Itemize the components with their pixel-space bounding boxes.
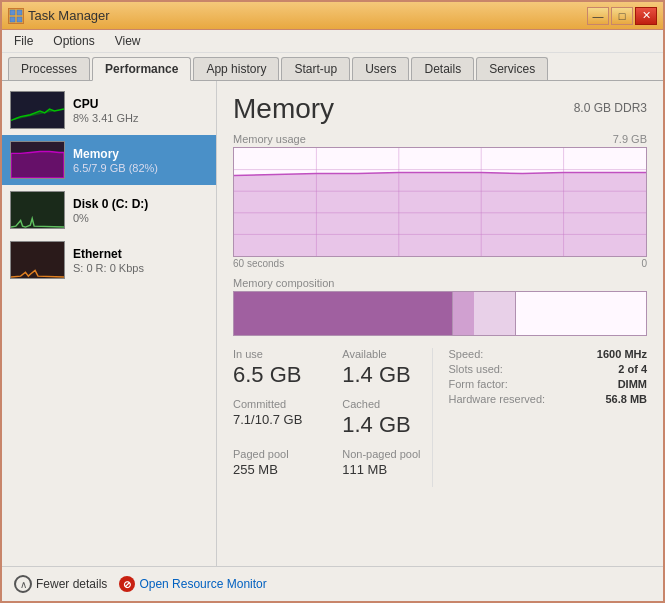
composition-section: Memory composition (233, 277, 647, 336)
minimize-button[interactable]: — (587, 7, 609, 25)
slots-key: Slots used: (449, 363, 503, 375)
stats-area: In use 6.5 GB Available 1.4 GB Committed… (233, 348, 647, 487)
time-end-label: 0 (641, 258, 647, 269)
disk-label: Disk 0 (C: D:) (73, 197, 208, 211)
fewer-details-button[interactable]: ∧ Fewer details (14, 575, 107, 593)
comp-free (516, 292, 646, 335)
composition-bar (233, 291, 647, 336)
nonpaged-label: Non-paged pool (342, 448, 431, 460)
tab-processes[interactable]: Processes (8, 57, 90, 80)
svg-marker-13 (234, 173, 646, 256)
menu-view[interactable]: View (109, 32, 147, 50)
resource-monitor-icon: ⊘ (119, 576, 135, 592)
tab-users[interactable]: Users (352, 57, 409, 80)
inuse-value: 6.5 GB (233, 362, 322, 388)
cpu-info: CPU 8% 3.41 GHz (73, 97, 208, 124)
form-row: Form factor: DIMM (449, 378, 648, 390)
footer: ∧ Fewer details ⊘ Open Resource Monitor (2, 566, 663, 601)
paged-label: Paged pool (233, 448, 322, 460)
memory-usage-chart-section: Memory usage 7.9 GB (233, 133, 647, 269)
ethernet-info: Ethernet S: 0 R: 0 Kbps (73, 247, 208, 274)
speed-key: Speed: (449, 348, 484, 360)
chart-label-row: Memory usage 7.9 GB (233, 133, 647, 145)
svg-marker-4 (11, 151, 64, 178)
stat-inuse: In use 6.5 GB (233, 348, 322, 388)
tab-services[interactable]: Services (476, 57, 548, 80)
comp-inuse (234, 292, 452, 335)
tab-performance[interactable]: Performance (92, 57, 191, 81)
time-start-label: 60 seconds (233, 258, 284, 269)
form-key: Form factor: (449, 378, 508, 390)
sidebar-item-disk[interactable]: Disk 0 (C: D:) 0% (2, 185, 216, 235)
main-header: Memory 8.0 GB DDR3 (233, 93, 647, 125)
stat-cached: Cached 1.4 GB (342, 398, 431, 438)
inuse-label: In use (233, 348, 322, 360)
chart-time-labels: 60 seconds 0 (233, 258, 647, 269)
close-button[interactable]: ✕ (635, 7, 657, 25)
sidebar-item-memory[interactable]: Memory 6.5/7.9 GB (82%) (2, 135, 216, 185)
comp-modified (453, 292, 474, 335)
svg-rect-2 (10, 17, 15, 22)
disk-sublabel: 0% (73, 212, 208, 224)
open-resource-monitor-button[interactable]: ⊘ Open Resource Monitor (119, 576, 266, 592)
hw-reserved-row: Hardware reserved: 56.8 MB (449, 393, 648, 405)
cached-label: Cached (342, 398, 431, 410)
nonpaged-value: 111 MB (342, 462, 431, 477)
sidebar: CPU 8% 3.41 GHz Memory 6.5/7.9 GB (82%) (2, 81, 217, 566)
ethernet-label: Ethernet (73, 247, 208, 261)
stat-available: Available 1.4 GB (342, 348, 431, 388)
svg-rect-3 (17, 17, 22, 22)
speed-val: 1600 MHz (597, 348, 647, 360)
cpu-thumbnail (10, 91, 65, 129)
pools-row: Paged pool 255 MB Non-paged pool 111 MB (233, 448, 432, 477)
ethernet-thumbnail (10, 241, 65, 279)
committed-value: 7.1/10.7 GB (233, 412, 322, 427)
cpu-label: CPU (73, 97, 208, 111)
committed-label: Committed (233, 398, 322, 410)
tab-app-history[interactable]: App history (193, 57, 279, 80)
stat-committed: Committed 7.1/10.7 GB (233, 398, 322, 438)
menu-bar: File Options View (2, 30, 663, 53)
stat-nonpaged: Non-paged pool 111 MB (342, 448, 431, 477)
committed-cached-row: Committed 7.1/10.7 GB Cached 1.4 GB (233, 398, 432, 438)
comp-standby (474, 292, 515, 335)
disk-thumbnail (10, 191, 65, 229)
memory-info: Memory 6.5/7.9 GB (82%) (73, 147, 208, 174)
app-icon (8, 8, 24, 24)
tabs-bar: Processes Performance App history Start-… (2, 53, 663, 81)
tab-startup[interactable]: Start-up (281, 57, 350, 80)
memory-label: Memory (73, 147, 208, 161)
menu-options[interactable]: Options (47, 32, 100, 50)
open-resource-label: Open Resource Monitor (139, 577, 266, 591)
available-value: 1.4 GB (342, 362, 431, 388)
speed-row: Speed: 1600 MHz (449, 348, 648, 360)
composition-label: Memory composition (233, 277, 647, 289)
chart-usage-max: 7.9 GB (613, 133, 647, 145)
chevron-up-icon: ∧ (14, 575, 32, 593)
window-title: Task Manager (28, 8, 110, 23)
svg-rect-1 (17, 10, 22, 15)
main-title: Memory (233, 93, 334, 125)
main-panel: Memory 8.0 GB DDR3 Memory usage 7.9 GB (217, 81, 663, 566)
task-manager-window: Task Manager — □ ✕ File Options View Pro… (0, 0, 665, 603)
sidebar-item-ethernet[interactable]: Ethernet S: 0 R: 0 Kbps (2, 235, 216, 285)
hw-reserved-key: Hardware reserved: (449, 393, 546, 405)
sidebar-item-cpu[interactable]: CPU 8% 3.41 GHz (2, 85, 216, 135)
title-bar-left: Task Manager (8, 8, 110, 24)
menu-file[interactable]: File (8, 32, 39, 50)
memory-chart (233, 147, 647, 257)
stat-paged: Paged pool 255 MB (233, 448, 322, 477)
fewer-details-label: Fewer details (36, 577, 107, 591)
ethernet-sublabel: S: 0 R: 0 Kbps (73, 262, 208, 274)
title-bar: Task Manager — □ ✕ (2, 2, 663, 30)
available-label: Available (342, 348, 431, 360)
maximize-button[interactable]: □ (611, 7, 633, 25)
disk-info: Disk 0 (C: D:) 0% (73, 197, 208, 224)
title-controls: — □ ✕ (587, 7, 657, 25)
svg-rect-0 (10, 10, 15, 15)
details-section: Speed: 1600 MHz Slots used: 2 of 4 Form … (432, 348, 648, 487)
hw-reserved-val: 56.8 MB (605, 393, 647, 405)
tab-details[interactable]: Details (411, 57, 474, 80)
cached-value: 1.4 GB (342, 412, 431, 438)
cpu-sublabel: 8% 3.41 GHz (73, 112, 208, 124)
